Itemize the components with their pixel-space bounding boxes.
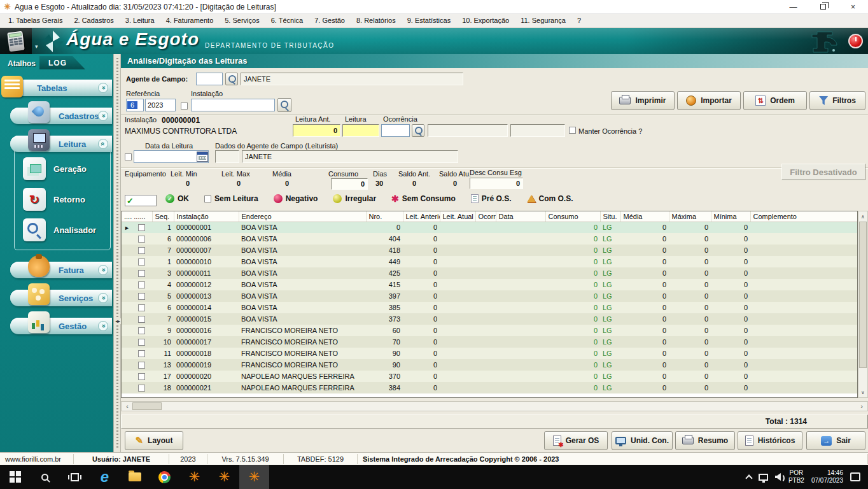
col-consumo[interactable]: Consumo [545, 211, 600, 222]
table-row[interactable]: 10 000000017 FRANCISCO MOREIRA NETO 70 0… [122, 336, 858, 348]
table-row[interactable]: 6 000000014 BOA VISTA 385 0 0 LG 0 0 [122, 302, 858, 313]
leitura-ant-field[interactable]: 0 [293, 124, 340, 137]
action-center-icon[interactable] [850, 472, 860, 481]
sidebar-item-servicos[interactable]: Serviços « [10, 290, 112, 306]
filtro-status-button[interactable]: Filtro Desativado [781, 164, 865, 180]
speaker-icon[interactable] [775, 473, 781, 481]
col-nro[interactable]: Nro. [366, 211, 403, 222]
chevron-down-icon[interactable]: « [98, 321, 108, 331]
table-row[interactable]: 9 000000016 FRANCISCO MOREIRA NETO 60 0 … [122, 325, 858, 336]
row-checkbox[interactable] [138, 304, 145, 311]
instalac​ao-search-button[interactable] [277, 98, 291, 112]
ocorrencia-input[interactable] [381, 124, 410, 137]
row-checkbox[interactable] [138, 362, 145, 369]
table-row[interactable]: ► 1 000000001 BOA VISTA 0 0 0 LG [122, 222, 858, 233]
task-view-button[interactable] [60, 465, 90, 489]
scroll-up-arrow[interactable]: ∧ [858, 211, 867, 222]
menu-item[interactable]: 9. Estatísticas [402, 14, 456, 27]
sidebar-item-leitura[interactable]: Leitura « [10, 136, 112, 152]
sidebar-item-geracao[interactable]: Geração [23, 157, 87, 180]
row-checkbox[interactable] [138, 350, 145, 357]
table-row[interactable]: 5 000000013 BOA VISTA 397 0 0 LG 0 0 [122, 290, 858, 302]
chevron-down-icon[interactable]: « [98, 83, 108, 93]
horizontal-scrollbar[interactable]: ‹ › [121, 401, 868, 411]
chevron-up-icon[interactable]: « [98, 139, 108, 149]
sidebar-item-gestao[interactable]: Gestão « [10, 318, 112, 334]
menu-item[interactable]: 11. Segurança [515, 14, 571, 27]
col-dots[interactable]: .... ...... [122, 211, 152, 222]
scroll-right-arrow[interactable]: › [857, 402, 866, 411]
scroll-down-arrow[interactable]: ∨ [858, 387, 867, 397]
table-row[interactable]: 11 000000018 FRANCISCO MOREIRA NETO 90 0… [122, 348, 858, 359]
power-exit-button[interactable] [848, 34, 863, 48]
data-leitura-checkbox[interactable] [125, 153, 132, 160]
restore-button[interactable] [808, 0, 838, 14]
col-endereco[interactable]: Endereço [239, 211, 366, 222]
menu-item[interactable]: 5. Serviços [219, 14, 265, 27]
row-checkbox[interactable] [138, 247, 145, 254]
manter-ocorrencia-checkbox[interactable] [569, 127, 576, 134]
minimize-button[interactable]: — [778, 0, 808, 14]
menu-item[interactable]: 4. Faturamento [160, 14, 220, 27]
legend-select-box[interactable]: ✓ [125, 195, 157, 206]
col-leit-anterior[interactable]: Leit. Anterior [403, 211, 440, 222]
imprimir-button[interactable]: Imprimir [611, 91, 675, 110]
menu-item[interactable]: 6. Técnica [265, 14, 309, 27]
network-icon[interactable] [759, 474, 768, 481]
table-row[interactable]: 4 000000012 BOA VISTA 415 0 0 LG 0 0 [122, 279, 858, 290]
instalacao-busca-input[interactable] [191, 99, 275, 111]
agente-search-button[interactable] [225, 73, 238, 85]
ordem-button[interactable]: ⇅Ordem [743, 91, 807, 110]
menu-item[interactable]: ? [571, 14, 587, 27]
table-row[interactable]: 1 000000010 BOA VISTA 449 0 0 LG 0 0 [122, 256, 858, 267]
table-row[interactable]: 17 000000020 NAPOLEAO MARQUES FERREIRA 3… [122, 371, 858, 382]
table-row[interactable]: 7 000000007 BOA VISTA 418 0 0 LG 0 0 [122, 244, 858, 256]
layout-button[interactable]: ✎Layout [125, 431, 183, 450]
close-button[interactable]: × [838, 0, 868, 14]
vertical-scrollbar[interactable]: ∧ ∨ [858, 211, 868, 398]
taskbar-file-explorer[interactable] [120, 465, 150, 489]
row-checkbox[interactable] [138, 270, 145, 277]
col-maxima[interactable]: Máxima [669, 211, 711, 222]
hidden-icons-chevron[interactable] [745, 474, 752, 481]
menu-item[interactable]: 7. Gestão [309, 14, 351, 27]
sidebar-item-retorno[interactable]: ↻ Retorno [23, 188, 85, 211]
menu-item[interactable]: 2. Cadastros [68, 14, 119, 27]
scroll-left-arrow[interactable]: ‹ [123, 402, 132, 411]
row-checkbox[interactable] [138, 385, 145, 392]
taskbar-app-3-active[interactable]: ✳ [239, 465, 269, 489]
col-minima[interactable]: Mínima [711, 211, 750, 222]
vertical-scroll-thumb[interactable] [859, 222, 867, 368]
horizontal-scroll-thumb[interactable] [132, 402, 162, 410]
referencia-mes-input[interactable]: 6 [126, 99, 144, 111]
sair-button[interactable]: →Sair [806, 431, 865, 450]
col-complemento[interactable]: Complemento [750, 211, 858, 222]
row-checkbox[interactable] [138, 224, 145, 231]
calendar-icon[interactable] [197, 152, 208, 162]
importar-button[interactable]: Importar [677, 91, 741, 110]
taskbar-app-1[interactable]: ✳ [179, 465, 209, 489]
chevron-down-icon[interactable]: « [98, 293, 108, 303]
row-checkbox[interactable] [138, 327, 145, 334]
col-data[interactable]: Data [496, 211, 545, 222]
ocorrencia-search-button[interactable] [412, 124, 424, 137]
col-situ[interactable]: Situ. [600, 211, 620, 222]
leitura-input[interactable] [342, 124, 379, 137]
language-indicator[interactable]: POR PTB2 [788, 469, 804, 485]
filtros-button[interactable]: Filtros [809, 91, 865, 110]
col-media[interactable]: Média [620, 211, 669, 222]
sidebar-splitter[interactable]: ◂▸ [113, 54, 121, 452]
start-button[interactable] [0, 465, 30, 489]
table-row[interactable]: 7 000000015 BOA VISTA 373 0 0 LG 0 0 [122, 313, 858, 325]
col-ocorr[interactable]: Ocorr [475, 211, 496, 222]
chevron-down-icon[interactable]: « [98, 111, 108, 121]
chevron-down-icon[interactable]: « [98, 265, 108, 275]
agente-code-input[interactable] [196, 73, 223, 85]
taskbar-chrome[interactable] [150, 465, 179, 489]
menu-item[interactable]: 1. Tabelas Gerais [3, 14, 68, 27]
clock[interactable]: 14:46 07/07/2023 [811, 469, 843, 485]
table-row[interactable]: 13 000000019 FRANCISCO MOREIRA NETO 90 0… [122, 359, 858, 371]
row-checkbox[interactable] [138, 293, 145, 300]
row-checkbox[interactable] [138, 339, 145, 346]
table-row[interactable]: 6 000000006 BOA VISTA 404 0 0 LG 0 0 [122, 233, 858, 244]
